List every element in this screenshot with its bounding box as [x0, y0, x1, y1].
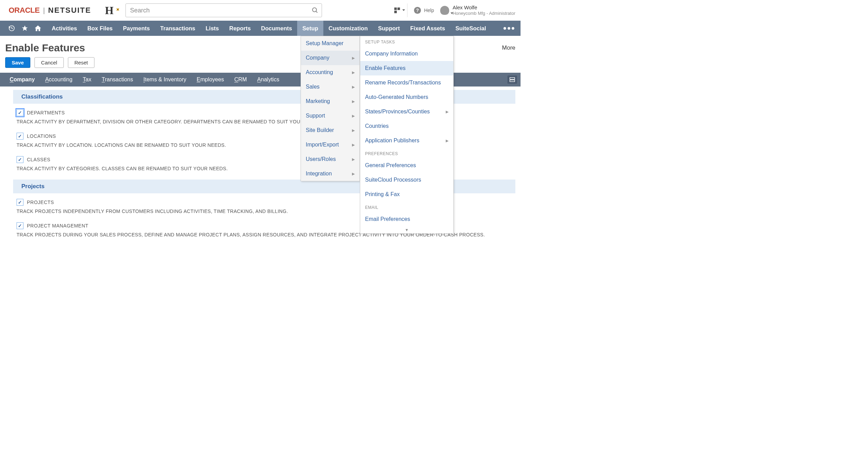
reset-button[interactable]: Reset	[68, 57, 94, 68]
svg-marker-8	[22, 26, 28, 31]
recent-icon[interactable]	[5, 25, 18, 32]
subtab-analytics[interactable]: Analytics	[257, 77, 279, 83]
help-link[interactable]: ? Help	[414, 7, 434, 14]
chevron-right-icon: ▶	[446, 139, 448, 143]
feature-label: LOCATIONS	[27, 133, 56, 139]
user-text: Alex Wolfe Honeycomb Mfg - Administrator	[453, 4, 515, 16]
feature-label: PROJECT MANAGEMENT	[27, 223, 88, 228]
chevron-right-icon: ▶	[352, 143, 355, 147]
submenu-item-application-publishers[interactable]: Application Publishers▶	[360, 133, 453, 148]
separator	[407, 3, 407, 17]
nav-item-activities[interactable]: Activities	[47, 21, 82, 36]
user-name: Alex Wolfe	[453, 4, 515, 11]
checkbox-classes[interactable]: ✓	[17, 156, 23, 163]
nav-item-payments[interactable]: Payments	[118, 21, 155, 36]
chevron-right-icon: ▶	[352, 128, 355, 133]
submenu-header-email: EMAIL	[360, 202, 453, 212]
nav-items: ActivitiesBox FilesPaymentsTransactionsL…	[47, 21, 491, 36]
nav-item-reports[interactable]: Reports	[224, 21, 256, 36]
chevron-right-icon: ▶	[352, 99, 355, 104]
submenu-item-general-preferences[interactable]: General Preferences	[360, 158, 453, 173]
expand-icon[interactable]	[507, 75, 517, 84]
company-logo-text: H	[105, 4, 113, 17]
submenu-header-setup-tasks: SETUP TASKS	[360, 36, 453, 47]
nav-item-box-files[interactable]: Box Files	[82, 21, 118, 36]
favorites-icon[interactable]	[18, 25, 31, 32]
avatar-icon	[440, 6, 449, 15]
checkbox-project-management[interactable]: ✓	[17, 222, 23, 229]
submenu-item-printing-&-fax[interactable]: Printing & Fax	[360, 187, 453, 202]
subtab-crm[interactable]: CRM	[234, 77, 247, 83]
nav-item-transactions[interactable]: Transactions	[155, 21, 201, 36]
menu-item-integration[interactable]: Integration▶	[301, 166, 360, 181]
nav-item-setup[interactable]: Setup	[297, 21, 323, 36]
chevron-right-icon: ▶	[352, 56, 355, 60]
subtab-company[interactable]: Company	[10, 77, 35, 83]
menu-item-accounting[interactable]: Accounting▶	[301, 65, 360, 80]
subtab-accounting[interactable]: Accounting	[45, 77, 72, 83]
nav-item-customization[interactable]: Customization	[323, 21, 373, 36]
subtab-tax[interactable]: Tax	[83, 77, 91, 83]
nav-item-suitesocial[interactable]: SuiteSocial	[450, 21, 491, 36]
roles-dropdown-icon[interactable]	[393, 7, 401, 14]
main-nav: ActivitiesBox FilesPaymentsTransactionsL…	[0, 21, 521, 36]
user-role: Honeycomb Mfg - Administrator	[453, 11, 515, 16]
netsuite-text: NETSUITE	[48, 6, 91, 15]
menu-item-company[interactable]: Company▶	[301, 51, 360, 65]
submenu-scroll-down[interactable]: ▼	[360, 226, 453, 233]
submenu-item-company-information[interactable]: Company Information	[360, 47, 453, 61]
feature-label: DEPARTMENTS	[27, 110, 65, 115]
menu-item-import-export[interactable]: Import/Export▶	[301, 138, 360, 152]
chevron-right-icon: ▶	[352, 85, 355, 89]
subtab-items-inventory[interactable]: Items & Inventory	[143, 77, 186, 83]
checkbox-departments[interactable]: ✓	[17, 109, 23, 116]
search-icon[interactable]	[312, 7, 319, 14]
nav-item-documents[interactable]: Documents	[256, 21, 297, 36]
svg-line-1	[316, 11, 317, 13]
submenu-item-suitecloud-processors[interactable]: SuiteCloud Processors	[360, 173, 453, 187]
nav-overflow[interactable]: •••	[503, 23, 515, 34]
subtab-employees[interactable]: Employees	[197, 77, 224, 83]
nav-item-support[interactable]: Support	[373, 21, 405, 36]
submenu-item-countries[interactable]: Countries	[360, 119, 453, 133]
nav-item-fixed-assets[interactable]: Fixed Assets	[405, 21, 450, 36]
submenu-item-rename-records-transactions[interactable]: Rename Records/Transactions	[360, 75, 453, 90]
chevron-right-icon: ▶	[352, 157, 355, 162]
search-input[interactable]	[125, 3, 322, 17]
top-bar: ORACLE | NETSUITE H ? Help	[0, 0, 521, 21]
user-menu[interactable]: Alex Wolfe Honeycomb Mfg - Administrator	[440, 4, 515, 16]
chevron-right-icon: ▶	[446, 110, 448, 114]
company-logo[interactable]: H	[105, 4, 113, 17]
svg-rect-9	[510, 78, 515, 79]
checkbox-projects[interactable]: ✓	[17, 199, 23, 206]
svg-rect-10	[510, 80, 515, 82]
menu-item-marketing[interactable]: Marketing▶	[301, 94, 360, 109]
setup-menu: Setup ManagerCompany▶Accounting▶Sales▶Ma…	[301, 36, 360, 181]
setup-company-submenu: SETUP TASKSCompany InformationEnable Fea…	[360, 36, 454, 234]
menu-item-support[interactable]: Support▶	[301, 109, 360, 123]
submenu-item-states-provinces-counties[interactable]: States/Provinces/Counties▶	[360, 104, 453, 119]
save-button[interactable]: Save	[5, 57, 30, 68]
menu-item-site-builder[interactable]: Site Builder▶	[301, 123, 360, 138]
home-icon[interactable]	[31, 24, 44, 32]
feature-label: CLASSES	[27, 157, 50, 162]
submenu-header-preferences: PREFERENCES	[360, 148, 453, 158]
page-more-link[interactable]: More	[502, 44, 515, 51]
page-title: Enable Features	[5, 42, 85, 54]
menu-item-setup-manager[interactable]: Setup Manager	[301, 36, 360, 51]
svg-text:?: ?	[416, 8, 419, 13]
menu-item-users-roles[interactable]: Users/Roles▶	[301, 152, 360, 166]
submenu-item-auto-generated-numbers[interactable]: Auto-Generated Numbers	[360, 90, 453, 104]
menu-item-sales[interactable]: Sales▶	[301, 80, 360, 94]
top-right-tools: ? Help Alex Wolfe Honeycomb Mfg - Admini…	[393, 3, 515, 17]
submenu-item-enable-features[interactable]: Enable Features	[360, 61, 453, 75]
checkbox-locations[interactable]: ✓	[17, 133, 23, 140]
subtab-transactions[interactable]: Transactions	[102, 77, 133, 83]
svg-point-0	[313, 8, 317, 12]
submenu-item-email-preferences[interactable]: Email Preferences	[360, 212, 453, 226]
svg-rect-4	[394, 11, 397, 13]
nav-item-lists[interactable]: Lists	[201, 21, 224, 36]
chevron-right-icon: ▶	[352, 172, 355, 176]
oracle-logo: ORACLE | NETSUITE	[9, 6, 91, 15]
cancel-button[interactable]: Cancel	[34, 57, 64, 68]
